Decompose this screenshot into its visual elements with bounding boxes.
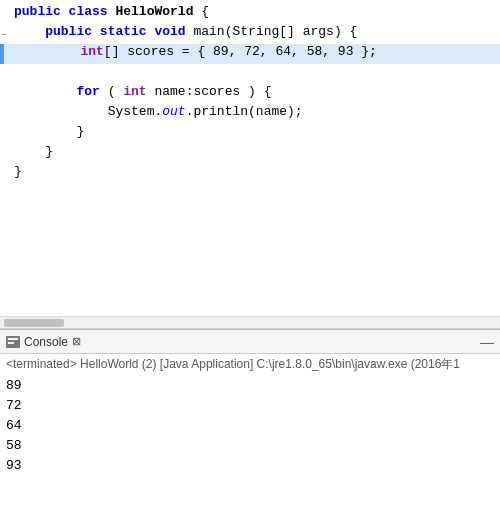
code-line: for ( int name:scores ) {	[0, 84, 500, 104]
code-token: [] scores = { 89, 72, 64, 58, 93 };	[104, 44, 377, 59]
code-token: static	[100, 24, 155, 39]
code-token: HelloWorld	[115, 4, 193, 19]
console-output-line: 64	[6, 415, 494, 435]
code-token: System.	[108, 104, 163, 119]
code-token: .println(name);	[186, 104, 303, 119]
code-token: }	[14, 164, 22, 179]
code-token: out	[162, 104, 185, 119]
horizontal-scrollbar[interactable]	[0, 316, 500, 328]
code-line: }	[0, 164, 500, 184]
code-line: System.out.println(name);	[0, 104, 500, 124]
console-body: <terminated> HelloWorld (2) [Java Applic…	[0, 354, 500, 509]
console-tab-symbol: ⊠	[72, 335, 81, 348]
console-tab-label: Console	[24, 335, 68, 349]
console-panel: Console ⊠ — <terminated> HelloWorld (2) …	[0, 329, 500, 509]
console-output-line: 72	[6, 395, 494, 415]
code-token: for	[76, 84, 99, 99]
code-line: }	[0, 124, 500, 144]
code-line: }	[0, 144, 500, 164]
code-line: int[] scores = { 89, 72, 64, 58, 93 };	[0, 44, 500, 64]
console-minimize-button[interactable]: —	[480, 334, 494, 350]
line-code-content: System.out.println(name);	[10, 104, 500, 119]
code-token: (String[] args) {	[225, 24, 358, 39]
code-line	[0, 204, 500, 224]
code-token: }	[76, 124, 84, 139]
code-token: }	[45, 144, 53, 159]
code-editor: public class HelloWorld {− public static…	[0, 0, 500, 329]
collapse-icon[interactable]: −	[1, 30, 6, 40]
code-line	[0, 184, 500, 204]
code-token: int	[80, 44, 103, 59]
scrollbar-thumb[interactable]	[4, 319, 64, 327]
console-terminated-text: <terminated> HelloWorld (2) [Java Applic…	[6, 356, 494, 373]
console-tab[interactable]: Console ⊠	[6, 335, 81, 349]
code-line	[0, 64, 500, 84]
code-line: − public static void main(String[] args)…	[0, 24, 500, 44]
code-content: public class HelloWorld {− public static…	[0, 0, 500, 316]
console-header: Console ⊠ —	[0, 330, 500, 354]
line-code-content: }	[10, 144, 500, 159]
console-output: 8972645893	[6, 375, 494, 475]
line-left-border	[0, 44, 4, 64]
console-icon	[6, 336, 20, 348]
code-token: public	[45, 24, 100, 39]
code-token: (	[100, 84, 123, 99]
code-line: public class HelloWorld {	[0, 4, 500, 24]
code-token: class	[69, 4, 116, 19]
code-token: public	[14, 4, 69, 19]
code-token: void	[154, 24, 193, 39]
line-code-content: public class HelloWorld {	[10, 4, 500, 19]
console-output-line: 58	[6, 435, 494, 455]
console-output-line: 93	[6, 455, 494, 475]
line-code-content: }	[10, 124, 500, 139]
line-code-content: public static void main(String[] args) {	[10, 24, 500, 39]
code-line	[0, 224, 500, 244]
line-code-content: }	[10, 164, 500, 179]
code-token: main	[193, 24, 224, 39]
code-token: name:scores ) {	[147, 84, 272, 99]
code-token: {	[193, 4, 209, 19]
console-output-line: 89	[6, 375, 494, 395]
line-code-content: for ( int name:scores ) {	[10, 84, 500, 99]
code-token: int	[123, 84, 146, 99]
line-code-content: int[] scores = { 89, 72, 64, 58, 93 };	[14, 44, 500, 59]
